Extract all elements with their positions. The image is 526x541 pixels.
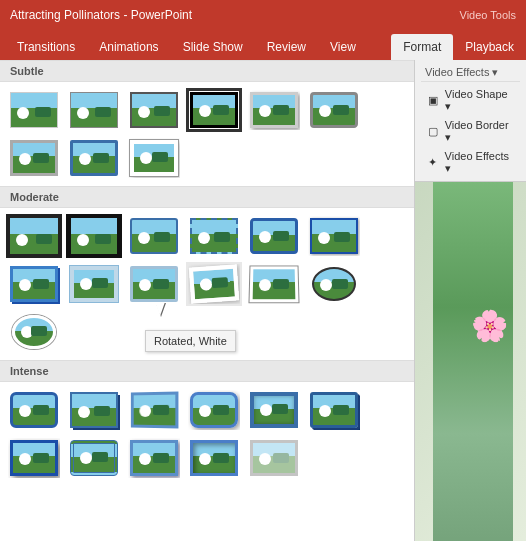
style-moderate-3[interactable]: [126, 214, 182, 258]
tab-format[interactable]: Format: [391, 34, 453, 60]
video-tools-panel: Video Effects ▾ ▣ Video Shape ▾ ▢ Video …: [415, 60, 526, 182]
tab-slideshow[interactable]: Slide Show: [171, 34, 255, 60]
style-intense-7[interactable]: [6, 436, 62, 480]
video-effects-section-header: Video Effects ▾: [421, 64, 520, 82]
style-intense-3[interactable]: [126, 388, 182, 432]
style-subtle-3[interactable]: [126, 88, 182, 132]
video-border-icon: ▢: [425, 124, 441, 140]
style-intense-2[interactable]: [66, 388, 122, 432]
style-subtle-8[interactable]: [66, 136, 122, 180]
style-moderate-8[interactable]: [66, 262, 122, 306]
video-effects-icon: ✦: [425, 155, 441, 171]
style-moderate-rotated-white[interactable]: [186, 262, 242, 306]
style-intense-5[interactable]: [246, 388, 302, 432]
style-intense-1[interactable]: [6, 388, 62, 432]
style-intense-11[interactable]: [246, 436, 302, 480]
video-border-button[interactable]: ▢ Video Border ▾: [421, 117, 520, 146]
style-moderate-1[interactable]: [6, 214, 62, 258]
video-shape-icon: ▣: [425, 93, 441, 109]
section-moderate: Moderate: [0, 186, 414, 208]
style-moderate-4[interactable]: [186, 214, 242, 258]
style-gallery-panel: Subtle: [0, 60, 415, 541]
slide-preview-area: [415, 182, 526, 541]
tab-playback[interactable]: Playback: [453, 34, 526, 60]
section-intense: Intense: [0, 360, 414, 382]
style-moderate-10[interactable]: [246, 262, 302, 306]
style-subtle-4[interactable]: [186, 88, 242, 132]
style-moderate-12[interactable]: [6, 310, 62, 354]
right-panel: Video Effects ▾ ▣ Video Shape ▾ ▢ Video …: [415, 60, 526, 541]
style-moderate-11[interactable]: [306, 262, 362, 306]
video-effects-button[interactable]: ✦ Video Effects ▾: [421, 148, 520, 177]
video-shape-label: Video Shape ▾: [445, 88, 516, 113]
subtle-grid: [0, 82, 414, 186]
style-moderate-6[interactable]: [306, 214, 362, 258]
style-intense-6[interactable]: [306, 388, 362, 432]
slide-image: [433, 182, 513, 541]
title-bar: Attracting Pollinators - PowerPoint Vide…: [0, 0, 526, 30]
section-subtle: Subtle: [0, 60, 414, 82]
moderate-grid: [0, 208, 414, 360]
style-intense-10[interactable]: [186, 436, 242, 480]
style-moderate-2[interactable]: [66, 214, 122, 258]
tab-transitions[interactable]: Transitions: [5, 34, 87, 60]
style-moderate-9[interactable]: [126, 262, 182, 306]
intense-grid: [0, 382, 414, 486]
style-subtle-2[interactable]: [66, 88, 122, 132]
video-shape-button[interactable]: ▣ Video Shape ▾: [421, 86, 520, 115]
video-tools-label: Video Tools: [460, 9, 516, 21]
app-container: Attracting Pollinators - PowerPoint Vide…: [0, 0, 526, 541]
video-border-label: Video Border ▾: [445, 119, 516, 144]
ribbon-tabs-left: Transitions Animations Slide Show Review…: [0, 30, 391, 60]
slide-content: [428, 182, 513, 541]
video-effects-label: Video Effects ▾: [445, 150, 516, 175]
style-intense-8[interactable]: [66, 436, 122, 480]
tab-animations[interactable]: Animations: [87, 34, 170, 60]
style-moderate-7[interactable]: [6, 262, 62, 306]
style-intense-4[interactable]: [186, 388, 242, 432]
main-content: Subtle: [0, 60, 526, 541]
style-subtle-9[interactable]: [126, 136, 182, 180]
style-intense-9[interactable]: [126, 436, 182, 480]
tab-view[interactable]: View: [318, 34, 368, 60]
style-subtle-5[interactable]: [246, 88, 302, 132]
style-moderate-5[interactable]: [246, 214, 302, 258]
tab-review[interactable]: Review: [255, 34, 318, 60]
style-subtle-6[interactable]: [306, 88, 362, 132]
app-title: Attracting Pollinators - PowerPoint: [10, 8, 460, 22]
style-subtle-7[interactable]: [6, 136, 62, 180]
style-subtle-1[interactable]: [6, 88, 62, 132]
